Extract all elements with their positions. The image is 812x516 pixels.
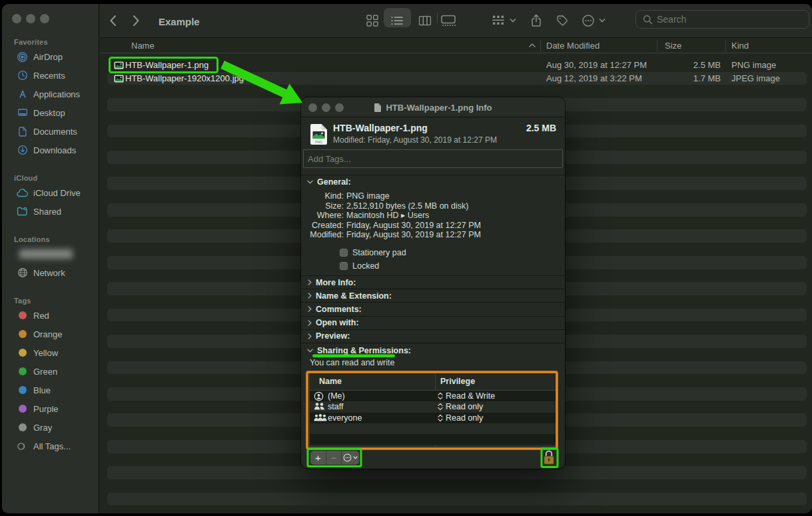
privilege-stepper-icon[interactable] <box>438 414 443 422</box>
chevron-down-icon <box>307 180 313 184</box>
sidebar-item-tag-yellow[interactable]: Yellow <box>2 343 99 362</box>
sidebar-item-label: Documents <box>33 127 77 137</box>
chevron-right-icon <box>308 306 312 312</box>
tag-orange-icon <box>19 330 27 338</box>
info-key: Created: <box>301 221 344 231</box>
section-name-extension[interactable]: Name & Extension: <box>301 289 565 303</box>
info-titlebar: HTB-Wallpaper-1.png Info <box>301 97 565 117</box>
stationery-pad-row: Stationery pad <box>340 248 406 257</box>
sort-ascending-icon[interactable] <box>529 43 536 47</box>
section-more-info[interactable]: More Info: <box>301 276 565 289</box>
info-footer: + − <box>301 447 565 469</box>
permission-row-everyone[interactable]: everyone Read only <box>310 413 556 423</box>
sidebar-item-shared[interactable]: Shared <box>2 202 99 221</box>
more-options-chevron-icon[interactable] <box>599 19 606 23</box>
column-separator[interactable] <box>540 40 541 51</box>
sidebar-item-all-tags[interactable]: All Tags... <box>2 437 99 455</box>
sidebar-item-label: Red <box>33 311 49 321</box>
tag-green-icon <box>19 367 27 375</box>
tags-button[interactable] <box>556 15 568 27</box>
search-placeholder: Search <box>657 14 686 25</box>
sidebar-section-tags: Tags <box>14 297 99 305</box>
sidebar-item-label: Recents <box>33 71 65 81</box>
privilege-value[interactable]: Read & Write <box>446 391 495 401</box>
back-button[interactable] <box>109 15 117 27</box>
sidebar-item-icloud-drive[interactable]: iCloud Drive <box>2 183 99 202</box>
column-header-date-modified[interactable]: Date Modified <box>546 41 600 51</box>
sidebar-item-tag-purple[interactable]: Purple <box>2 399 99 418</box>
file-row-png[interactable]: HTB-Wallpaper-1.png Aug 30, 2019 at 12:2… <box>100 59 812 72</box>
tag-yellow-icon <box>19 349 27 357</box>
sidebar-item-tag-green[interactable]: Green <box>2 362 99 381</box>
column-view-button[interactable] <box>419 16 432 26</box>
permission-row-staff[interactable]: staff Read only <box>310 401 556 412</box>
all-tags-icon <box>17 441 28 452</box>
sidebar-item-label: Purple <box>33 404 59 414</box>
sidebar-item-redacted[interactable] <box>2 245 99 263</box>
section-comments[interactable]: Comments: <box>301 303 565 316</box>
info-value: Macintosh HD ▸ Users <box>346 211 429 221</box>
sidebar-item-network[interactable]: Network <box>2 263 99 282</box>
section-preview[interactable]: Preview: <box>301 330 565 343</box>
info-key: Modified: <box>301 230 344 240</box>
file-name[interactable]: HTB-Wallpaper-1.png <box>125 60 208 70</box>
checkbox-label: Locked <box>352 261 379 271</box>
sidebar-item-label: AirDrop <box>33 52 63 62</box>
zoom-button[interactable] <box>40 14 49 23</box>
remove-permission-button[interactable]: − <box>326 451 341 465</box>
sidebar-item-tag-blue[interactable]: Blue <box>2 381 99 399</box>
privilege-value[interactable]: Read only <box>446 413 483 423</box>
info-key: Kind: <box>301 191 344 201</box>
privilege-stepper-icon[interactable] <box>438 403 443 411</box>
more-options-button[interactable] <box>582 15 595 27</box>
cloud-icon <box>17 187 28 199</box>
column-header-kind[interactable]: Kind <box>731 41 749 51</box>
permission-actions-button[interactable] <box>341 451 359 465</box>
add-tags-input[interactable]: Add Tags... <box>303 149 563 168</box>
section-open-with[interactable]: Open with: <box>301 317 565 330</box>
minimize-button[interactable] <box>26 14 35 23</box>
group-by-button[interactable] <box>492 15 505 27</box>
tag-gray-icon <box>19 423 27 431</box>
file-date-modified: Aug 30, 2019 at 12:27 PM <box>546 60 647 70</box>
sidebar-item-airdrop[interactable]: AirDrop <box>2 47 99 66</box>
sidebar-item-tag-gray[interactable]: Gray <box>2 418 99 437</box>
sidebar-item-tag-orange[interactable]: Orange <box>2 325 99 343</box>
general-info-rows: Kind:PNG image Size:2,512,910 bytes (2.5… <box>301 191 481 240</box>
sidebar-item-label: Orange <box>33 329 62 339</box>
file-name[interactable]: HTB-Wallpaper-1920x1200.jpg <box>125 73 244 83</box>
sidebar-item-downloads[interactable]: Downloads <box>2 141 99 159</box>
search-input[interactable]: Search <box>635 10 809 29</box>
column-separator[interactable] <box>657 40 657 51</box>
locked-row: Locked <box>340 261 379 271</box>
column-header-name[interactable]: Name <box>131 41 155 51</box>
general-section-header[interactable]: General: <box>307 177 351 187</box>
lock-icon[interactable] <box>543 449 555 465</box>
list-view-button[interactable] <box>391 16 404 26</box>
sharing-permissions-header[interactable]: Sharing & Permissions: <box>307 346 411 355</box>
add-permission-button[interactable]: + <box>310 451 326 465</box>
sidebar-item-documents[interactable]: Documents <box>2 122 99 141</box>
permissions-status: You can read and write <box>310 358 394 367</box>
user-group-icon <box>314 413 327 422</box>
sidebar-item-label: Network <box>33 268 65 278</box>
permission-row-me[interactable]: (Me) Read & Write <box>310 391 556 401</box>
column-separator[interactable] <box>725 40 726 51</box>
privilege-value[interactable]: Read only <box>446 402 483 411</box>
close-button[interactable] <box>12 14 21 23</box>
group-by-chevron-icon[interactable] <box>510 19 516 23</box>
locked-checkbox[interactable] <box>340 262 348 270</box>
sidebar-item-applications[interactable]: Applications <box>2 85 99 103</box>
tag-red-icon <box>19 311 27 319</box>
sidebar-item-tag-red[interactable]: Red <box>2 306 99 325</box>
column-header-size[interactable]: Size <box>665 41 681 51</box>
forward-button[interactable] <box>133 15 140 27</box>
file-row-jpg[interactable]: HTB-Wallpaper-1920x1200.jpg Aug 12, 2019… <box>100 72 812 85</box>
share-button[interactable] <box>532 15 542 27</box>
gallery-view-button[interactable] <box>441 15 456 27</box>
sidebar-item-desktop[interactable]: Desktop <box>2 103 99 122</box>
sidebar-item-recents[interactable]: Recents <box>2 66 99 85</box>
icon-view-button[interactable] <box>366 15 379 27</box>
privilege-stepper-icon[interactable] <box>438 392 443 400</box>
stationery-pad-checkbox[interactable] <box>340 249 348 257</box>
